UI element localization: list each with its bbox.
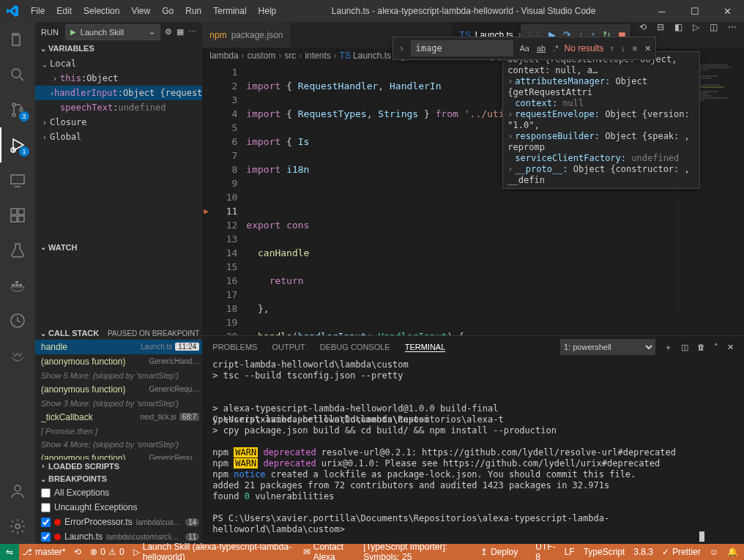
run-debug-icon[interactable]: 1 xyxy=(0,127,35,163)
svg-rect-9 xyxy=(18,209,24,214)
terminal-selector[interactable]: 1: powershell xyxy=(560,339,655,355)
menu-selection[interactable]: Selection xyxy=(78,6,125,16)
close-panel-icon[interactable]: ✕ xyxy=(727,343,734,352)
remote-icon[interactable] xyxy=(0,163,35,198)
encoding-status[interactable]: UTF-8 xyxy=(535,542,555,560)
panel-tab-terminal[interactable]: TERMINAL xyxy=(405,343,446,352)
var-handler-input[interactable]: ›handlerInput: Object {requestEnvel… xyxy=(35,86,202,100)
debug-hover[interactable]: Object {requestEnvelope: Object, context… xyxy=(502,51,700,189)
stack-frame[interactable]: (anonymous function)GenericRequ… xyxy=(35,382,202,397)
bp-checkbox[interactable] xyxy=(41,532,51,542)
account-icon[interactable] xyxy=(0,474,35,509)
menu-terminal[interactable]: Terminal xyxy=(207,6,252,16)
close-find-icon[interactable]: ✕ xyxy=(643,42,652,55)
split-terminal-icon[interactable]: ◫ xyxy=(681,343,688,352)
match-word-icon[interactable]: ab xyxy=(535,42,547,54)
more-actions-icon[interactable]: ⋯ xyxy=(728,22,737,48)
var-speech-text[interactable]: speechText: undefined xyxy=(35,100,202,115)
find-widget[interactable]: › Aa ab .* No results ↑ ↓ ≡ ✕ xyxy=(393,37,656,60)
toggle-icon[interactable]: ⊟ xyxy=(657,22,664,48)
menu-go[interactable]: Go xyxy=(156,6,179,16)
bp-checkbox[interactable] xyxy=(41,503,51,512)
find-input[interactable] xyxy=(411,40,513,56)
ts-importer-status[interactable]: [TypeScript Importer]: Symbols: 25 xyxy=(363,542,472,560)
branch-status[interactable]: ⎇master* xyxy=(22,547,65,557)
docker-icon[interactable] xyxy=(0,268,35,303)
tab-package-json[interactable]: npmpackage.json xyxy=(202,22,291,48)
menu-file[interactable]: File xyxy=(25,6,51,16)
close-window-button[interactable]: ✕ xyxy=(711,6,744,17)
maximize-button[interactable]: ☐ xyxy=(678,6,711,17)
scm-icon[interactable]: 3 xyxy=(0,92,35,127)
terminal[interactable]: cript-lambda-helloworld\lambda\custom > … xyxy=(202,358,744,544)
menu-run[interactable]: Run xyxy=(179,6,207,16)
remote-indicator[interactable]: ⇋ xyxy=(0,544,19,560)
prev-match-icon[interactable]: ↑ xyxy=(609,42,616,54)
bp-checkbox[interactable] xyxy=(41,488,51,498)
preview-icon[interactable]: ◧ xyxy=(674,22,682,48)
gear-icon[interactable]: ⚙ xyxy=(165,27,172,37)
var-scope-closure[interactable]: ›Closure xyxy=(35,115,202,130)
variables-section[interactable]: ⌄VARIABLES xyxy=(35,42,202,55)
test-icon[interactable] xyxy=(0,233,35,268)
timeline-icon[interactable] xyxy=(0,303,35,338)
explorer-icon[interactable] xyxy=(0,22,35,57)
notifications-icon[interactable]: 🔔 xyxy=(727,547,738,557)
eol-status[interactable]: LF xyxy=(565,547,575,557)
prettier-status[interactable]: ✓Prettier xyxy=(662,547,701,557)
var-scope-local[interactable]: ⌄Local xyxy=(35,56,202,71)
panel-tab-problems[interactable]: PROBLEMS xyxy=(212,343,257,351)
sync-status[interactable]: ⟲ xyxy=(74,547,81,557)
contact-alexa[interactable]: ✉Contact Alexa xyxy=(303,542,355,560)
stack-skipped[interactable]: Show 4 More: (skipped by 'smartStep') xyxy=(35,438,202,451)
split-icon[interactable]: ◫ xyxy=(710,22,718,48)
svg-rect-8 xyxy=(18,216,24,222)
launch-config-select[interactable]: ▶ Launch Skill ⌄ xyxy=(65,24,160,40)
var-scope-global[interactable]: ›Global xyxy=(35,130,202,144)
breakpoint-all-exceptions[interactable]: All Exceptions xyxy=(35,485,202,500)
deploy-status[interactable]: ↥Deploy xyxy=(480,547,518,557)
extensions-icon[interactable] xyxy=(0,198,35,233)
new-terminal-icon[interactable]: ＋ xyxy=(664,342,672,353)
var-this[interactable]: ›this: Object xyxy=(35,71,202,86)
breakpoint-item[interactable]: ErrorProcessor.tslambda\custom\src\…14 xyxy=(35,515,202,529)
find-in-selection-icon[interactable]: ≡ xyxy=(631,42,639,54)
match-case-icon[interactable]: Aa xyxy=(518,42,530,54)
debug-status[interactable]: ▷Launch Skill (alexa-typescript-lambda-h… xyxy=(133,542,294,560)
run-icon[interactable]: ▷ xyxy=(693,22,699,48)
activity-bar: 3 1 xyxy=(0,22,35,544)
language-status[interactable]: TypeScript xyxy=(584,547,625,557)
debug-console-icon[interactable]: ▦ xyxy=(176,27,184,37)
aws-icon[interactable] xyxy=(0,338,35,373)
toggle-replace-icon[interactable]: › xyxy=(396,43,406,53)
settings-gear-icon[interactable] xyxy=(0,509,35,544)
menu-view[interactable]: View xyxy=(125,6,156,16)
menu-edit[interactable]: Edit xyxy=(51,6,78,16)
minimize-button[interactable]: ─ xyxy=(645,6,678,17)
stack-skipped[interactable]: Show 5 More: (skipped by 'smartStep') xyxy=(35,369,202,382)
maximize-panel-icon[interactable]: ˄ xyxy=(714,343,718,352)
more-icon[interactable]: ⋯ xyxy=(188,27,196,37)
next-match-icon[interactable]: ↓ xyxy=(620,42,627,54)
stack-frame[interactable]: (anonymous function)GenericRequ… xyxy=(35,451,202,460)
loaded-scripts-section[interactable]: ›LOADED SCRIPTS xyxy=(35,460,202,472)
stack-frame[interactable]: handleLaunch.ts11:24 xyxy=(35,340,202,354)
feedback-icon[interactable]: ☺ xyxy=(710,547,718,557)
panel-tab-debug[interactable]: DEBUG CONSOLE xyxy=(320,343,390,351)
watch-section[interactable]: ⌄WATCH xyxy=(35,241,202,253)
bp-checkbox[interactable] xyxy=(41,518,51,527)
regex-icon[interactable]: .* xyxy=(551,42,559,54)
stack-frame[interactable]: _tickCallbacknext_tick.js68:7 xyxy=(35,410,202,425)
breakpoint-uncaught[interactable]: Uncaught Exceptions xyxy=(35,500,202,515)
panel-tab-output[interactable]: OUTPUT xyxy=(272,343,305,351)
kill-terminal-icon[interactable]: 🗑 xyxy=(697,343,705,351)
problems-status[interactable]: ⊗0⚠0 xyxy=(90,547,124,557)
stack-skipped[interactable]: Show 3 More: (skipped by 'smartStep') xyxy=(35,397,202,410)
breakpoints-section[interactable]: ⌄BREAKPOINTS xyxy=(35,473,202,485)
stack-frame[interactable]: (anonymous function)GenericHand… xyxy=(35,354,202,369)
ts-version-status[interactable]: 3.8.3 xyxy=(633,547,653,557)
start-debug-icon[interactable]: ▶ xyxy=(70,28,76,36)
callstack-section[interactable]: ⌄CALL STACKPAUSED ON BREAKPOINT xyxy=(35,326,202,339)
search-icon[interactable] xyxy=(0,57,35,92)
menu-help[interactable]: Help xyxy=(253,6,283,16)
